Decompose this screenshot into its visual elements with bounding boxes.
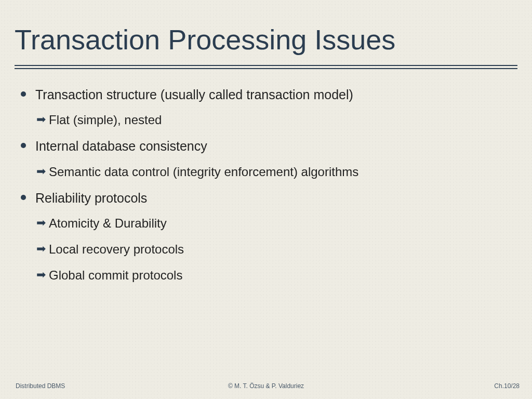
arrow-icon: ➡ (36, 216, 46, 230)
title-underline (15, 65, 517, 69)
bullet-dot-icon (21, 143, 26, 148)
sub-bullet-text: Local recovery protocols (49, 242, 184, 257)
sub-bullet-item: ➡ Flat (simple), nested (36, 112, 511, 128)
bullet-text: Internal database consistency (35, 138, 207, 154)
footer-right: Ch.10/28 (494, 382, 520, 390)
sub-bullet-item: ➡ Atomicity & Durability (36, 216, 511, 231)
bullet-text: Transaction structure (usually called tr… (35, 87, 353, 103)
sub-bullet-text: Atomicity & Durability (49, 216, 167, 231)
slide-title: Transaction Processing Issues (0, 0, 532, 56)
bullet-item: Reliability protocols (21, 190, 511, 206)
arrow-icon: ➡ (36, 268, 46, 282)
sub-bullet-text: Flat (simple), nested (49, 112, 162, 128)
sub-bullet-item: ➡ Global commit protocols (36, 268, 511, 283)
sub-bullet-item: ➡ Semantic data control (integrity enfor… (36, 164, 511, 180)
arrow-icon: ➡ (36, 242, 46, 256)
footer-center: © M. T. Özsu & P. Valduriez (0, 382, 532, 390)
bullet-dot-icon (21, 91, 26, 97)
arrow-icon: ➡ (36, 164, 46, 179)
sub-bullet-text: Semantic data control (integrity enforce… (49, 164, 358, 180)
bullet-text: Reliability protocols (35, 190, 147, 206)
slide: Transaction Processing Issues Transactio… (0, 0, 532, 399)
content-area: Transaction structure (usually called tr… (0, 69, 532, 283)
bullet-item: Transaction structure (usually called tr… (21, 87, 511, 103)
arrow-icon: ➡ (36, 112, 46, 127)
sub-bullet-text: Global commit protocols (49, 268, 182, 283)
bullet-item: Internal database consistency (21, 138, 511, 154)
sub-bullet-item: ➡ Local recovery protocols (36, 242, 511, 257)
bullet-dot-icon (21, 195, 26, 200)
